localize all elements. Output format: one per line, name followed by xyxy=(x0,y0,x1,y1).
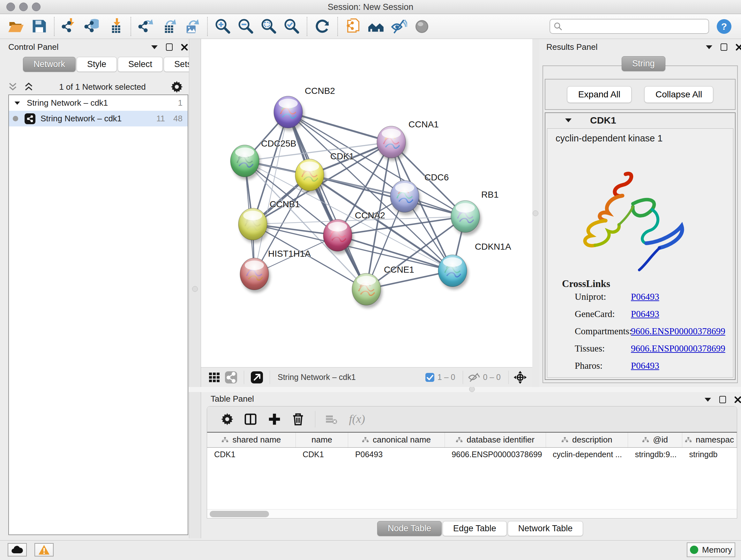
table-cell[interactable]: P06493 xyxy=(348,447,445,462)
float-panel-icon[interactable] xyxy=(166,44,173,51)
import-network-database-button[interactable] xyxy=(83,16,103,37)
birds-eye-icon[interactable] xyxy=(513,370,527,384)
crosslink-link[interactable]: 9606.ENSP00000378699 xyxy=(631,326,725,336)
tab-select[interactable]: Select xyxy=(118,57,163,72)
vertical-splitter[interactable] xyxy=(189,39,201,538)
tab-node-table[interactable]: Node Table xyxy=(377,521,442,536)
detach-view-icon[interactable] xyxy=(250,371,264,384)
collapse-all-button[interactable]: Collapse All xyxy=(644,86,713,103)
table-cell[interactable]: CDK1 xyxy=(295,447,348,462)
table-cell[interactable]: stringdb xyxy=(682,447,737,462)
float-panel-icon[interactable] xyxy=(719,396,726,403)
scrollbar-thumb[interactable] xyxy=(210,511,269,517)
node-result-header[interactable]: CDK1 xyxy=(545,113,735,128)
table-cell[interactable]: CDK1 xyxy=(207,447,295,462)
panel-menu-icon[interactable] xyxy=(151,45,158,49)
table-horizontal-scrollbar[interactable] xyxy=(207,509,737,518)
save-session-button[interactable] xyxy=(29,16,49,37)
expand-all-tree-icon[interactable] xyxy=(23,82,35,91)
zoom-fit-button[interactable] xyxy=(259,16,279,37)
column-header-name[interactable]: name xyxy=(295,432,348,447)
splitter-handle[interactable] xyxy=(533,210,538,216)
window-zoom-button[interactable] xyxy=(32,3,41,11)
window-minimize-button[interactable] xyxy=(19,3,28,11)
column-header-description[interactable]: description xyxy=(546,432,628,447)
splitter-handle[interactable] xyxy=(469,386,475,392)
import-network-file-button[interactable] xyxy=(60,16,79,37)
tab-string[interactable]: String xyxy=(622,56,665,71)
export-image-button[interactable] xyxy=(182,16,202,37)
network-node-cdc6[interactable] xyxy=(390,180,421,215)
results-splitter[interactable] xyxy=(532,39,539,387)
splitter-handle[interactable] xyxy=(192,286,198,292)
export-network-button[interactable] xyxy=(136,16,156,37)
zoom-in-button[interactable] xyxy=(213,16,232,37)
columns-icon[interactable] xyxy=(244,412,258,427)
cloud-status-button[interactable] xyxy=(8,543,27,557)
zoom-selected-button[interactable] xyxy=(282,16,301,37)
tab-network[interactable]: Network xyxy=(23,57,76,72)
share-document-button[interactable] xyxy=(343,16,363,37)
column-header-shared-name[interactable]: shared name xyxy=(207,432,295,447)
panel-menu-icon[interactable] xyxy=(704,398,711,401)
collapse-all-tree-icon[interactable] xyxy=(7,82,18,91)
search-input[interactable] xyxy=(563,22,705,31)
refresh-button[interactable] xyxy=(313,16,332,37)
crosslink-link[interactable]: P06493 xyxy=(631,292,659,302)
open-session-button[interactable] xyxy=(6,16,26,37)
level-of-detail-button[interactable] xyxy=(412,16,432,37)
gear-icon[interactable] xyxy=(171,80,183,93)
search-field[interactable] xyxy=(549,19,709,34)
expand-all-button[interactable]: Expand All xyxy=(567,86,631,103)
node-label-ccna1: CCNA1 xyxy=(408,119,439,129)
network-row[interactable]: String Network – cdk1 11 48 xyxy=(9,111,188,126)
network-node-ccne1[interactable] xyxy=(352,273,382,308)
tab-style[interactable]: Style xyxy=(77,57,117,72)
close-panel-icon[interactable] xyxy=(734,396,741,403)
network-canvas[interactable]: CCNB2CCNA1CDC25BCDK1CDC6RB1CCNB1CCNA2CDK… xyxy=(201,39,532,367)
column-header--id[interactable]: @id xyxy=(628,432,682,447)
help-button[interactable]: ? xyxy=(716,18,732,35)
delete-icon[interactable] xyxy=(291,412,306,427)
table-cell[interactable]: 9606.ENSP00000378699 xyxy=(445,447,546,462)
horizontal-splitter[interactable] xyxy=(189,387,741,392)
memory-button[interactable]: Memory xyxy=(687,543,735,557)
tab-edge-table[interactable]: Edge Table xyxy=(443,521,507,536)
crosslink-link[interactable]: 9606.ENSP00000378699 xyxy=(631,343,725,354)
network-node-cdkn1a[interactable] xyxy=(438,255,468,290)
section-disclosure-icon[interactable] xyxy=(565,118,571,122)
gear-icon[interactable] xyxy=(220,412,234,427)
export-table-button[interactable] xyxy=(159,16,179,37)
network-node-cdc25b[interactable] xyxy=(230,145,261,180)
float-panel-icon[interactable] xyxy=(721,44,727,51)
hide-graphics-button[interactable] xyxy=(389,16,409,37)
import-table-button[interactable] xyxy=(106,16,125,37)
window-close-button[interactable] xyxy=(6,3,15,11)
panel-menu-icon[interactable] xyxy=(706,45,712,49)
close-panel-icon[interactable] xyxy=(736,44,741,51)
network-node-hist1h1a[interactable] xyxy=(240,258,270,293)
crosslink-link[interactable]: P06493 xyxy=(631,309,659,319)
column-header-namespac[interactable]: namespac xyxy=(682,432,737,447)
table-cell[interactable]: cyclin-dependent ... xyxy=(546,447,628,462)
collection-disclosure-icon[interactable] xyxy=(15,101,20,105)
string-view-icon[interactable] xyxy=(224,371,238,384)
column-header-database-identifier[interactable]: database identifier xyxy=(445,432,546,447)
search-icon xyxy=(553,22,563,31)
table-cell[interactable]: stringdb:9... xyxy=(628,447,682,462)
network-node-rb1[interactable] xyxy=(451,200,481,235)
home-button[interactable] xyxy=(366,16,386,37)
crosslink-link[interactable]: P06493 xyxy=(631,361,659,371)
tab-network-table[interactable]: Network Table xyxy=(508,521,583,536)
table-row[interactable]: CDK1CDK1P064939606.ENSP00000378699cyclin… xyxy=(207,447,737,462)
grid-view-icon[interactable] xyxy=(208,371,221,384)
column-header-canonical-name[interactable]: canonical name xyxy=(348,432,445,447)
network-node-ccnb2[interactable] xyxy=(274,96,304,131)
close-panel-icon[interactable] xyxy=(181,44,188,51)
add-column-icon[interactable] xyxy=(267,412,282,427)
warning-status-button[interactable] xyxy=(35,543,54,557)
network-collection-row[interactable]: String Network – cdk1 1 xyxy=(9,95,188,111)
network-node-cdk1[interactable] xyxy=(295,159,326,194)
network-node-ccna1[interactable] xyxy=(377,126,407,161)
zoom-out-button[interactable] xyxy=(236,16,256,37)
